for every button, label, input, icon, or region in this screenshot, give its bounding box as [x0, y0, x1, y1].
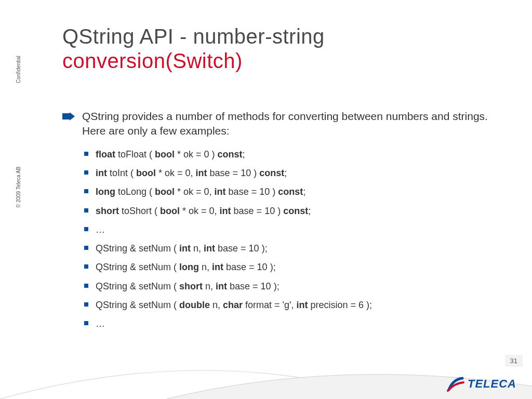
intro-row: QString provides a number of methods for…: [62, 109, 488, 139]
list-item: QString & setNum ( short n, int base = 1…: [84, 280, 488, 292]
list-item-text: long toLong ( bool * ok = 0, int base = …: [96, 185, 305, 198]
square-bullet-icon: [84, 152, 88, 156]
arrow-bullet-icon: [62, 112, 75, 121]
square-bullet-icon: [84, 246, 88, 250]
slide-title: QString API - number-string conversion(S…: [62, 25, 488, 73]
square-bullet-icon: [84, 227, 88, 231]
square-bullet-icon: [84, 170, 88, 175]
list-item-text: short toShort ( bool * ok = 0, int base …: [96, 205, 311, 217]
list-item-text: …: [96, 223, 105, 236]
square-bullet-icon: [84, 189, 88, 193]
list-item: float toFloat ( bool * ok = 0 ) const;: [84, 148, 488, 161]
list-item: short toShort ( bool * ok = 0, int base …: [84, 205, 488, 217]
square-bullet-icon: [84, 321, 88, 325]
confidential-label: Confidential: [16, 56, 21, 83]
list-item: QString & setNum ( int n, int base = 10 …: [84, 242, 488, 255]
list-item: …: [84, 317, 488, 330]
list-item-text: QString & setNum ( int n, int base = 10 …: [96, 242, 268, 255]
list-item: long toLong ( bool * ok = 0, int base = …: [84, 185, 488, 198]
square-bullet-icon: [84, 284, 88, 288]
list-item-text: float toFloat ( bool * ok = 0 ) const;: [96, 148, 245, 161]
method-list: float toFloat ( bool * ok = 0 ) const;in…: [84, 148, 488, 330]
list-item-text: QString & setNum ( long n, int base = 10…: [96, 261, 276, 273]
slide-body: QString provides a number of methods for…: [62, 109, 488, 337]
list-item-text: int toInt ( bool * ok = 0, int base = 10…: [96, 167, 287, 179]
title-line-1: QString API - number-string: [62, 25, 488, 48]
page-number: 31: [505, 355, 523, 367]
title-line-2: conversion(Switch): [62, 49, 488, 73]
list-item-text: QString & setNum ( short n, int base = 1…: [96, 280, 280, 292]
list-item-text: …: [96, 317, 105, 330]
logo-icon: [447, 376, 464, 392]
logo-text: TELECA: [468, 377, 516, 391]
copyright-label: © 2009 Teleca AB: [16, 167, 21, 208]
square-bullet-icon: [84, 302, 88, 307]
list-item-text: QString & setNum ( double n, char format…: [96, 299, 372, 311]
list-item: QString & setNum ( double n, char format…: [84, 299, 488, 311]
logo: TELECA: [447, 376, 516, 392]
svg-marker-0: [62, 112, 75, 121]
list-item: QString & setNum ( long n, int base = 10…: [84, 261, 488, 273]
intro-text: QString provides a number of methods for…: [82, 109, 488, 139]
square-bullet-icon: [84, 208, 88, 212]
slide: Confidential © 2009 Teleca AB QString AP…: [0, 0, 532, 399]
square-bullet-icon: [84, 264, 88, 269]
list-item: int toInt ( bool * ok = 0, int base = 10…: [84, 167, 488, 179]
list-item: …: [84, 223, 488, 236]
